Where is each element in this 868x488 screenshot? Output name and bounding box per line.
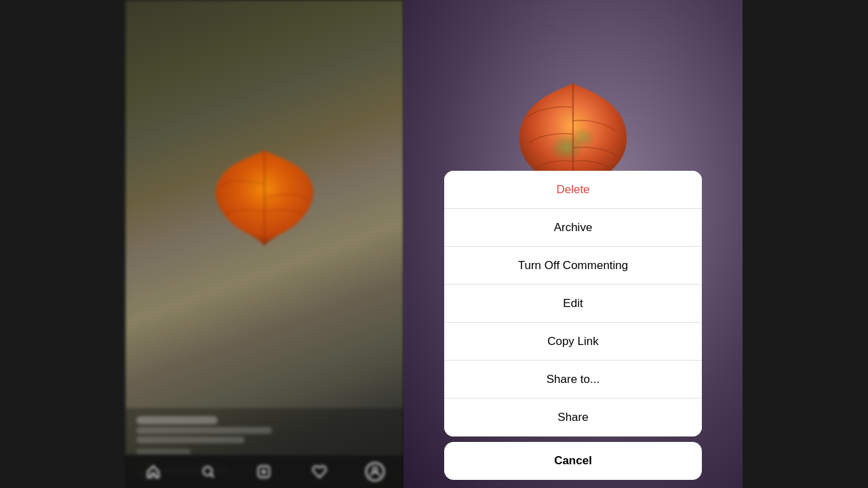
- share-button[interactable]: Share: [444, 399, 702, 436]
- username-placeholder: [136, 416, 218, 424]
- svg-point-4: [571, 127, 595, 148]
- copy-link-button[interactable]: Copy Link: [444, 323, 702, 361]
- cancel-button[interactable]: Cancel: [444, 442, 702, 480]
- caption-line-2: [136, 436, 245, 443]
- add-icon[interactable]: [255, 463, 273, 481]
- left-side-panel: [0, 0, 125, 488]
- heart-icon[interactable]: [311, 463, 328, 481]
- username-row: [136, 416, 393, 424]
- archive-button[interactable]: Archive: [444, 209, 702, 247]
- home-icon[interactable]: [144, 463, 162, 481]
- action-sheet-cancel: Cancel: [444, 442, 702, 480]
- delete-button[interactable]: Delete: [444, 171, 702, 209]
- svg-point-0: [203, 466, 212, 475]
- action-sheet-card: Delete Archive Turn Off Commenting Edit …: [444, 171, 702, 436]
- edit-button[interactable]: Edit: [444, 285, 702, 323]
- bottom-navigation: [125, 454, 403, 488]
- share-to-button[interactable]: Share to...: [444, 361, 702, 399]
- left-post-panel: [125, 0, 403, 488]
- caption-line-1: [136, 427, 272, 434]
- right-panel: Delete Archive Turn Off Commenting Edit …: [403, 0, 743, 488]
- turn-off-commenting-button[interactable]: Turn Off Commenting: [444, 247, 702, 285]
- action-sheet: Delete Archive Turn Off Commenting Edit …: [444, 171, 702, 488]
- post-date: [136, 449, 191, 454]
- svg-point-2: [373, 467, 378, 472]
- right-side-panel: [743, 0, 868, 488]
- profile-icon[interactable]: [366, 462, 384, 481]
- search-icon[interactable]: [199, 463, 217, 481]
- left-leaf-image: [197, 137, 332, 259]
